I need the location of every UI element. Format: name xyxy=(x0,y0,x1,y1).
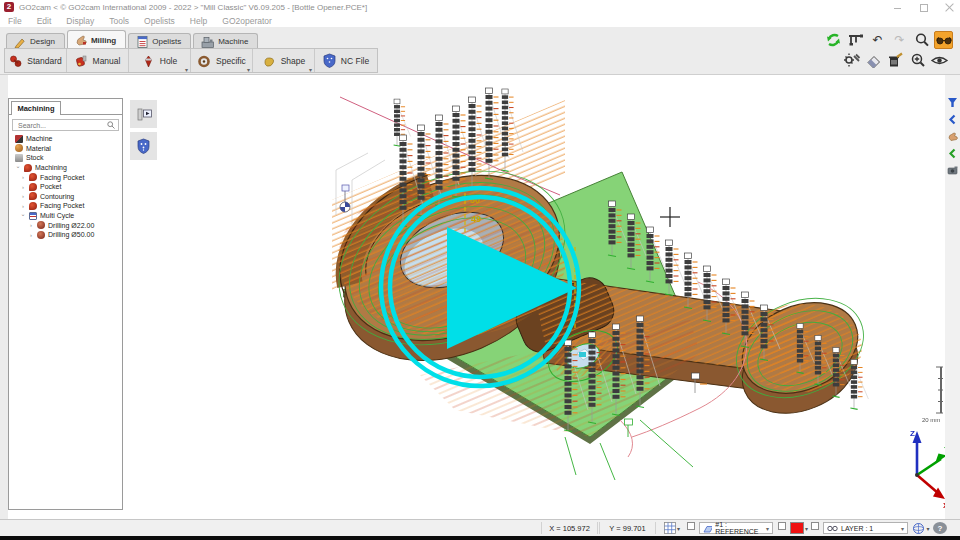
tree-search-box[interactable] xyxy=(12,119,119,131)
menu-display[interactable]: Display xyxy=(66,16,94,26)
left-gutter xyxy=(0,75,8,519)
view-globe-button[interactable]: ▾ xyxy=(912,522,930,534)
hole-button[interactable]: Hole xyxy=(129,49,191,72)
tab-machine[interactable]: Machine xyxy=(193,33,258,48)
menu-tools[interactable]: Tools xyxy=(109,16,129,26)
scale-bar: 20 mm xyxy=(922,367,943,423)
chevron-right-icon[interactable] xyxy=(20,203,26,209)
tree-item-drilling-22[interactable]: Drilling Ø22.00 xyxy=(9,220,122,230)
shape-icon xyxy=(262,54,276,68)
drilling-icon xyxy=(37,231,45,239)
plane-combo[interactable]: #1 : REFERENCE xyxy=(699,522,773,534)
specific-cycle-icon xyxy=(197,54,211,68)
nc-output-button[interactable] xyxy=(130,132,157,160)
filter-icon[interactable] xyxy=(945,95,960,110)
side-buttons xyxy=(130,100,157,164)
camera-view-icon[interactable] xyxy=(945,163,960,178)
machine-icon xyxy=(15,135,23,143)
menu-edit[interactable]: Edit xyxy=(37,16,52,26)
tab-label: Milling xyxy=(91,36,116,45)
manual-button[interactable]: Manual xyxy=(67,49,129,72)
collapse-green-icon[interactable] xyxy=(945,146,960,161)
tree-item-pocket[interactable]: Pocket xyxy=(9,182,122,192)
menu-opelists[interactable]: Opelists xyxy=(144,16,175,26)
pocket-icon xyxy=(29,183,37,191)
redo-icon[interactable]: ↷ xyxy=(890,31,909,49)
button-label: Shape xyxy=(281,56,306,66)
tree-item-drilling-50[interactable]: Drilling Ø50.00 xyxy=(9,230,122,240)
tab-label: Opelists xyxy=(152,37,181,46)
facing-pocket-icon xyxy=(29,202,37,210)
view-toolbar-row1: ↶ ↷ xyxy=(824,31,953,49)
chevron-right-icon[interactable] xyxy=(20,184,26,190)
chevron-right-icon[interactable] xyxy=(28,222,34,228)
zoom-search-icon[interactable] xyxy=(912,31,931,49)
multi-tool-icon[interactable] xyxy=(842,51,861,69)
crosshair-cursor xyxy=(660,207,680,227)
glasses-view-icon[interactable] xyxy=(934,31,953,49)
nc-file-shield-icon xyxy=(323,53,336,68)
button-label: Hole xyxy=(160,56,177,66)
collapse-blue-icon[interactable] xyxy=(945,112,960,127)
grab-hand-icon[interactable] xyxy=(945,129,960,144)
color-swatch-button[interactable]: ▾ xyxy=(790,522,808,534)
tree-item-contouring[interactable]: Contouring xyxy=(9,192,122,202)
zoom-extents-icon[interactable] xyxy=(908,51,927,69)
tree-item-machine[interactable]: Machine xyxy=(9,134,122,144)
list-icon xyxy=(136,35,148,48)
chevron-right-icon[interactable] xyxy=(28,232,34,238)
menu-help[interactable]: Help xyxy=(190,16,207,26)
caliper-measure-icon[interactable] xyxy=(846,31,865,49)
delete-edit-icon[interactable] xyxy=(886,51,905,69)
layer-checkbox[interactable] xyxy=(811,522,819,530)
menu-file[interactable]: File xyxy=(8,16,22,26)
color-checkbox[interactable] xyxy=(778,522,786,530)
ribbon-toolbar: Standard Manual Hole Specific Shape NC F… xyxy=(4,48,378,73)
machine-icon xyxy=(201,36,214,48)
specific-button[interactable]: Specific xyxy=(191,49,253,72)
x-coordinate-readout: X = 105.972 xyxy=(541,522,598,534)
maximize-button[interactable] xyxy=(919,3,928,12)
chevron-right-icon[interactable] xyxy=(20,193,26,199)
machining-panel-tab[interactable]: Machining xyxy=(11,101,61,115)
hole-drill-icon xyxy=(142,54,155,68)
visibility-eye-icon[interactable] xyxy=(930,51,949,69)
tree-item-machining[interactable]: Machining xyxy=(9,163,122,173)
scale-label: 20 mm xyxy=(922,417,940,423)
tree-item-stock[interactable]: Stock xyxy=(9,153,122,163)
eraser-icon[interactable] xyxy=(864,51,883,69)
drilling-icon xyxy=(37,221,45,229)
status-bar: X = 105.972 Y = 99.701 ▾ #1 : REFERENCE … xyxy=(0,519,960,536)
tab-milling[interactable]: Milling xyxy=(67,30,126,48)
menu-go2operator[interactable]: GO2operator xyxy=(222,16,272,26)
chevron-down-icon[interactable] xyxy=(20,212,26,219)
undo-icon[interactable]: ↶ xyxy=(868,31,887,49)
grid-toggle-button[interactable]: ▾ xyxy=(662,522,682,534)
close-button[interactable] xyxy=(945,3,954,12)
shape-button[interactable]: Shape xyxy=(253,49,315,72)
standard-button[interactable]: Standard xyxy=(5,49,67,72)
chevron-right-icon[interactable] xyxy=(20,174,26,180)
minimize-button[interactable] xyxy=(893,3,902,12)
material-icon xyxy=(15,144,23,152)
machining-icon xyxy=(24,164,32,172)
chevron-down-icon[interactable] xyxy=(15,164,21,171)
layer-combo[interactable]: LAYER : 1 xyxy=(823,522,908,534)
nc-file-button[interactable]: NC File xyxy=(315,49,377,72)
tree-item-multi-cycle[interactable]: Multi Cycle xyxy=(9,211,122,221)
plane-checkbox[interactable] xyxy=(687,522,695,530)
tree-item-facing-pocket-1[interactable]: Facing Pocket xyxy=(9,172,122,182)
plane-icon xyxy=(703,524,712,533)
regenerate-icon[interactable] xyxy=(824,31,843,49)
tree-item-material[interactable]: Material xyxy=(9,144,122,154)
milling-hand-icon xyxy=(75,34,87,46)
tab-opelists[interactable]: Opelists xyxy=(128,33,191,48)
tree-item-facing-pocket-2[interactable]: Facing Pocket xyxy=(9,201,122,211)
globe-icon xyxy=(912,522,925,535)
ribbon-tabs: Design Milling Opelists Machine xyxy=(6,30,260,48)
help-button[interactable]: ? xyxy=(933,522,947,534)
search-input[interactable] xyxy=(16,121,104,130)
simulation-button[interactable] xyxy=(130,100,157,128)
tab-design[interactable]: Design xyxy=(6,33,65,48)
view-toolbar-row2 xyxy=(842,51,949,69)
